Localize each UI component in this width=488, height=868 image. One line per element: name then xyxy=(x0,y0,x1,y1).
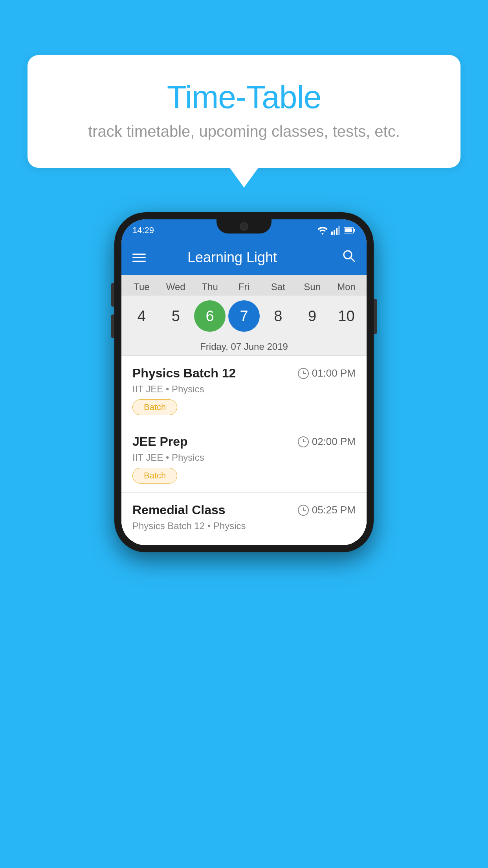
clock-icon-1 xyxy=(298,368,309,379)
day-name-wed: Wed xyxy=(160,281,191,292)
menu-line-3 xyxy=(132,261,146,262)
schedule-item-3-subtitle: Physics Batch 12 • Physics xyxy=(132,520,356,531)
calendar-dates: 4 5 6 7 8 9 10 xyxy=(121,296,367,338)
day-name-sun: Sun xyxy=(297,281,328,292)
calendar-day-names: Tue Wed Thu Fri Sat Sun Mon xyxy=(121,275,367,296)
schedule-item-1-subtitle: IIT JEE • Physics xyxy=(132,384,356,395)
day-name-mon: Mon xyxy=(330,281,362,292)
schedule-item-1[interactable]: Physics Batch 12 01:00 PM IIT JEE • Phys… xyxy=(121,356,367,424)
schedule-item-1-time-text: 01:00 PM xyxy=(312,367,356,379)
schedule-item-3[interactable]: Remedial Class 05:25 PM Physics Batch 12… xyxy=(121,493,367,545)
search-button[interactable] xyxy=(342,249,356,266)
schedule-item-2-badge: Batch xyxy=(132,468,177,484)
volume-up-button xyxy=(111,283,114,307)
schedule-item-2-time-text: 02:00 PM xyxy=(312,436,356,448)
calendar-date-9[interactable]: 9 xyxy=(297,300,328,332)
speech-bubble: Time-Table track timetable, upcoming cla… xyxy=(28,55,460,168)
svg-rect-6 xyxy=(345,228,352,232)
schedule-item-2-header: JEE Prep 02:00 PM xyxy=(132,434,356,449)
status-time: 14:29 xyxy=(132,225,154,235)
menu-line-2 xyxy=(132,257,146,258)
calendar-date-4[interactable]: 4 xyxy=(126,300,157,332)
schedule-item-2-subtitle: IIT JEE • Physics xyxy=(132,452,356,463)
phone-screen: 14:29 xyxy=(121,219,367,545)
clock-icon-3 xyxy=(298,505,309,516)
schedule-item-1-title: Physics Batch 12 xyxy=(132,366,236,381)
front-camera xyxy=(240,222,248,231)
calendar-date-7-selected[interactable]: 7 xyxy=(228,300,260,332)
schedule-item-2-time: 02:00 PM xyxy=(298,436,356,448)
svg-rect-0 xyxy=(331,232,333,235)
schedule-item-3-time-text: 05:25 PM xyxy=(312,504,356,516)
schedule-item-1-header: Physics Batch 12 01:00 PM xyxy=(132,366,356,381)
schedule-item-3-title: Remedial Class xyxy=(132,503,226,517)
volume-down-button xyxy=(111,314,114,338)
schedule-item-2[interactable]: JEE Prep 02:00 PM IIT JEE • Physics Batc… xyxy=(121,424,367,493)
menu-button[interactable] xyxy=(132,254,146,262)
day-name-tue: Tue xyxy=(126,281,157,292)
calendar-date-10[interactable]: 10 xyxy=(330,300,362,332)
day-name-thu: Thu xyxy=(194,281,226,292)
schedule-list: Physics Batch 12 01:00 PM IIT JEE • Phys… xyxy=(121,356,367,545)
schedule-item-1-time: 01:00 PM xyxy=(298,367,356,379)
svg-line-8 xyxy=(350,257,354,261)
day-name-sat: Sat xyxy=(262,281,294,292)
svg-rect-1 xyxy=(334,230,335,235)
phone-container: 14:29 xyxy=(114,212,374,552)
status-icons xyxy=(317,226,356,235)
speech-bubble-container: Time-Table track timetable, upcoming cla… xyxy=(28,55,460,168)
menu-line-1 xyxy=(132,254,146,255)
signal-icon xyxy=(331,226,341,235)
schedule-item-1-badge: Batch xyxy=(132,399,177,415)
calendar-date-5[interactable]: 5 xyxy=(160,300,191,332)
schedule-item-3-time: 05:25 PM xyxy=(298,504,356,516)
app-title: Learning Light xyxy=(158,249,330,266)
bubble-title: Time-Table xyxy=(59,79,429,116)
phone-outer: 14:29 xyxy=(114,212,374,552)
svg-rect-2 xyxy=(336,228,338,235)
power-button xyxy=(374,299,377,334)
app-bar: Learning Light xyxy=(121,240,367,275)
notch xyxy=(216,219,272,234)
calendar-date-6-today[interactable]: 6 xyxy=(194,300,226,332)
clock-icon-2 xyxy=(298,436,309,447)
calendar-date-8[interactable]: 8 xyxy=(262,300,294,332)
selected-date-label: Friday, 07 June 2019 xyxy=(121,338,367,356)
schedule-item-3-header: Remedial Class 05:25 PM xyxy=(132,503,356,517)
svg-rect-5 xyxy=(354,229,355,232)
svg-rect-3 xyxy=(338,226,340,235)
battery-icon xyxy=(344,227,356,234)
day-name-fri: Fri xyxy=(228,281,260,292)
schedule-item-2-title: JEE Prep xyxy=(132,434,188,449)
bubble-subtitle: track timetable, upcoming classes, tests… xyxy=(59,123,429,140)
wifi-icon xyxy=(317,226,328,235)
